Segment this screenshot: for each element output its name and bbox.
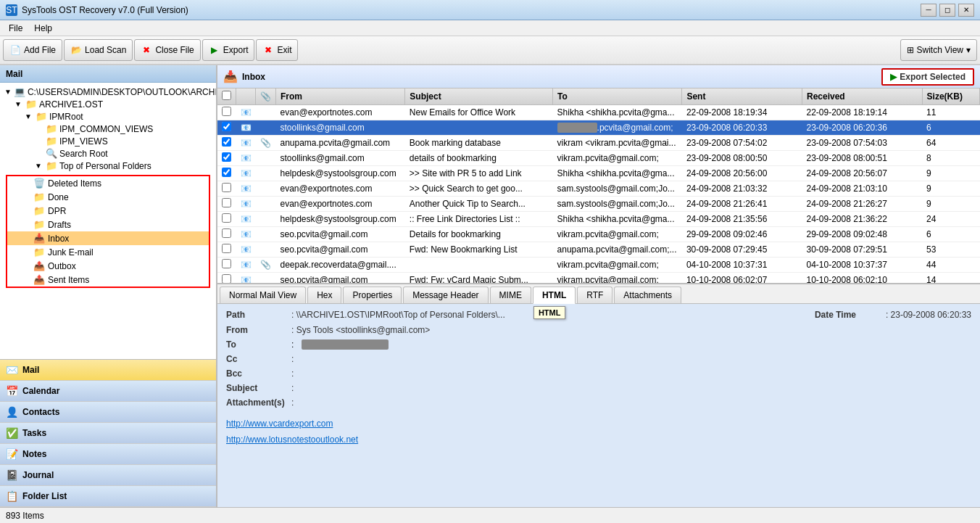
row-checkbox[interactable] [222, 152, 231, 162]
load-scan-button[interactable]: 📂 Load Scan [64, 39, 133, 61]
tree-item-root[interactable]: ▼ 💻 C:\USERS\ADMIN\DESKTOP\OUTLOOK\ARCHI… [3, 86, 213, 98]
close-button[interactable]: ✕ [958, 4, 974, 17]
folder-inbox[interactable]: 📥 Inbox [7, 231, 209, 245]
row-checkbox[interactable] [222, 122, 231, 131]
row-icon: 📧 [236, 227, 256, 242]
table-row[interactable]: 📧evan@exportnotes.com>> Quick Search to … [217, 181, 980, 197]
col-from[interactable]: From [276, 88, 405, 105]
titlebar-controls[interactable]: ─ ◻ ✕ [921, 4, 974, 17]
row-size: 6 [922, 120, 979, 136]
nav-mail[interactable]: ✉️ Mail [0, 360, 216, 381]
expand-icon[interactable]: ▼ [14, 100, 23, 108]
add-file-button[interactable]: 📄 Add File [3, 39, 62, 61]
row-checkbox[interactable] [222, 183, 231, 192]
row-size: 14 [922, 273, 979, 285]
tab-mime[interactable]: MIME [490, 287, 531, 303]
folder-junk-email[interactable]: 📁 Junk E-mail [7, 245, 209, 259]
folder-icon: 📁 [46, 123, 57, 134]
row-checkbox[interactable] [222, 274, 231, 284]
tree-item-ipmroot[interactable]: ▼ 📁 IPMRoot [23, 110, 213, 123]
nav-folder-list[interactable]: 📋 Folder List [0, 486, 216, 507]
row-checkbox[interactable] [222, 259, 231, 268]
folder-drafts[interactable]: 📁 Drafts [7, 218, 209, 231]
tab-attachments[interactable]: Attachments [614, 287, 681, 303]
table-row[interactable]: 📧stoollinks@gmail.com██████.pcvita@gmail… [217, 120, 980, 136]
select-all-checkbox[interactable] [222, 91, 231, 100]
table-row[interactable]: 📧📎anupama.pcvita@gmail.comBook marking d… [217, 136, 980, 151]
row-from: seo.pcvita@gmail.com [276, 273, 405, 285]
main-container: Mail ▼ 💻 C:\USERS\ADMIN\DESKTOP\OUTLOOK\… [0, 65, 980, 507]
row-checkbox[interactable] [222, 107, 231, 116]
tab-properties[interactable]: Properties [343, 287, 402, 303]
nav-journal[interactable]: 📓 Journal [0, 465, 216, 486]
tab-rtf[interactable]: RTF [577, 287, 612, 303]
link-lotusnotestooutlook[interactable]: http://www.lotusnotestooutlook.net [226, 432, 971, 448]
table-row[interactable]: 📧📎deepak.recoverdata@gmail....vikram.pcv… [217, 258, 980, 273]
col-subject[interactable]: Subject [405, 88, 553, 105]
row-sent: 23-09-2008 07:54:02 [682, 136, 802, 151]
folder-deleted-items[interactable]: 🗑️ Deleted Items [7, 176, 209, 190]
menu-help[interactable]: Help [28, 22, 58, 35]
tabs-container: Normal Mail View Hex Properties Message … [217, 284, 980, 304]
nav-calendar[interactable]: 📅 Calendar [0, 381, 216, 402]
table-row[interactable]: 📧stoollinks@gmail.comdetails of bookmark… [217, 151, 980, 166]
export-selected-button[interactable]: ▶ Export Selected [881, 68, 974, 86]
row-subject: >> Site with PR 5 to add Link [405, 166, 553, 181]
table-row[interactable]: 📧seo.pcvita@gmail.comFwd: Fw: vCard Magi… [217, 273, 980, 285]
table-row[interactable]: 📧seo.pcvita@gmail.comDetails for bookmar… [217, 227, 980, 242]
row-checkbox[interactable] [222, 168, 231, 177]
table-row[interactable]: 📧seo.pcvita@gmail.comFwd: New Bookmarkin… [217, 242, 980, 258]
restore-button[interactable]: ◻ [939, 4, 955, 17]
expand-icon[interactable]: ▼ [35, 162, 43, 170]
expand-icon[interactable]: ▼ [4, 88, 12, 96]
nav-notes[interactable]: 📝 Notes [0, 444, 216, 465]
col-to[interactable]: To [553, 88, 682, 105]
col-size[interactable]: Size(KB) [922, 88, 979, 105]
link-vcardexport[interactable]: http://www.vcardexport.com [226, 416, 971, 432]
row-checkbox[interactable] [222, 244, 231, 253]
statusbar: 893 Items [0, 507, 980, 523]
tab-normal-mail-view[interactable]: Normal Mail View [220, 287, 306, 303]
nav-contacts[interactable]: 👤 Contacts [0, 402, 216, 423]
inbox-header: 📥 Inbox ▶ Export Selected [217, 65, 980, 88]
col-check[interactable] [217, 88, 236, 105]
table-row[interactable]: 📧evan@exportnotes.comNew Emails for Offi… [217, 105, 980, 120]
switch-view-button[interactable]: ⊞ Switch View ▾ [900, 39, 977, 61]
row-size: 24 [922, 212, 979, 227]
close-file-icon: ✖ [141, 44, 152, 56]
toolbar: 📄 Add File 📂 Load Scan ✖ Close File ▶ Ex… [0, 36, 980, 65]
tab-hex[interactable]: Hex [307, 287, 341, 303]
expand-icon[interactable]: ▼ [25, 112, 33, 120]
folder-dpr[interactable]: 📁 DPR [7, 204, 209, 218]
tree-item-top-personal[interactable]: ▼ 📁 Top of Personal Folders [33, 160, 213, 172]
minimize-button[interactable]: ─ [921, 4, 937, 17]
tree-item-ipm-common[interactable]: 📁 IPM_COMMON_VIEWS [33, 123, 213, 135]
col-received[interactable]: Received [802, 88, 922, 105]
folder-sent-items[interactable]: 📤 Sent Items [7, 273, 209, 287]
table-row[interactable]: 📧evan@exportnotes.comAnother Quick Tip t… [217, 197, 980, 212]
folder-outbox[interactable]: 📤 Outbox [7, 259, 209, 273]
export-button[interactable]: ▶ Export [202, 39, 255, 61]
tree-item-archive[interactable]: ▼ 📁 ARCHIVE1.OST [13, 98, 213, 110]
tab-html[interactable]: HTML HTML [533, 287, 576, 304]
path-row: Path : \\ARCHIVE1.OST\IPMRoot\Top of Per… [226, 310, 505, 320]
table-row[interactable]: 📧helpdesk@systoolsgroup.com>> Site with … [217, 166, 980, 181]
col-sent[interactable]: Sent [682, 88, 802, 105]
close-file-button[interactable]: ✖ Close File [134, 39, 200, 61]
row-checkbox[interactable] [222, 228, 231, 238]
menu-file[interactable]: File [3, 22, 28, 35]
table-row[interactable]: 📧helpdesk@systoolsgroup.com:: Free Link … [217, 212, 980, 227]
email-table-container[interactable]: 📎 From Subject To Sent Received Size(KB)… [217, 88, 980, 284]
nav-tasks[interactable]: ✅ Tasks [0, 423, 216, 444]
row-checkbox[interactable] [222, 137, 231, 147]
row-checkbox[interactable] [222, 213, 231, 223]
row-checkbox[interactable] [222, 198, 231, 207]
tree-item-search-root[interactable]: 🔍 Search Root [33, 147, 213, 160]
tab-message-header[interactable]: Message Header [403, 287, 488, 303]
row-from: anupama.pcvita@gmail.com [276, 136, 405, 151]
export-icon: ▶ [209, 44, 220, 56]
folder-done[interactable]: 📁 Done [7, 190, 209, 204]
row-size: 9 [922, 181, 979, 197]
tree-item-ipm-views[interactable]: 📁 IPM_VIEWS [33, 135, 213, 147]
exit-button[interactable]: ✖ Exit [256, 39, 298, 61]
